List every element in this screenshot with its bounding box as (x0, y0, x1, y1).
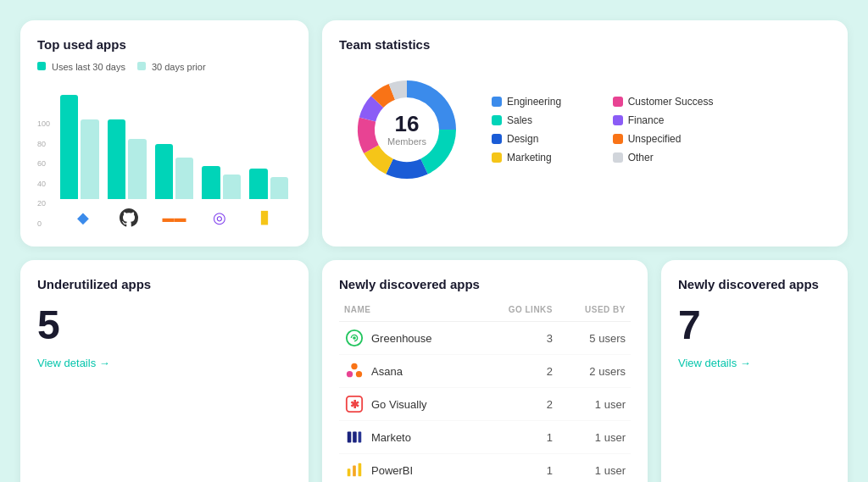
app-name-cell-2: ✱Go Visually (339, 388, 480, 421)
bar-primary-1 (108, 119, 125, 199)
legend-label-2: Sales (507, 114, 532, 126)
legend-label-4: Design (507, 133, 538, 145)
app-usedby-1: 2 users (558, 355, 631, 388)
legend-item-design: Design (492, 133, 593, 145)
svg-rect-11 (353, 466, 356, 477)
bar-secondary-0 (81, 119, 98, 199)
app-name-cell-4: PowerBI (339, 454, 480, 483)
legend-item-customer-success: Customer Success (613, 96, 714, 108)
app-icon-github (117, 206, 141, 230)
team-stats-title: Team statistics (339, 37, 831, 52)
donut-chart: 16 Members (339, 62, 475, 197)
top-apps-title: Top used apps (37, 37, 292, 52)
svg-point-2 (351, 363, 357, 369)
new-apps-title: Newly discovered apps (339, 277, 631, 291)
legend-item-sales: Sales (492, 114, 593, 126)
y-axis: 0 20 40 60 80 100 (37, 119, 50, 230)
legend-color-6 (492, 152, 502, 163)
app-name-cell-1: Asana (339, 355, 480, 388)
bar-primary-2 (155, 144, 173, 199)
app-golinks-0: 3 (480, 322, 558, 355)
app-row-icon-3 (344, 427, 364, 447)
underutilized-view-details[interactable]: View details → (37, 357, 110, 369)
dashboard: Top used apps Uses last 30 days 30 days … (0, 0, 868, 482)
new-apps-count: 7 (678, 302, 831, 348)
svg-point-3 (347, 371, 353, 377)
table-row: Greenhouse35 users (339, 322, 631, 355)
new-apps-table-card: Newly discovered apps NAME GO LINKS USED… (322, 260, 648, 482)
bar-icons: ◆ ▬▬ ◎ ▊ (57, 206, 292, 230)
underutilized-count: 5 (37, 302, 292, 348)
legend-color-7 (613, 152, 623, 163)
legend-item-unspecified: Unspecified (613, 133, 714, 145)
table-row: ✱Go Visually21 user (339, 388, 631, 421)
members-label: Members (387, 136, 426, 147)
app-golinks-1: 2 (480, 355, 558, 388)
legend-label-6: Marketing (507, 152, 552, 163)
bar-group-3 (202, 166, 241, 199)
app-row-icon-0 (344, 328, 364, 348)
underutilized-title: Underutilized apps (37, 277, 292, 291)
team-stats-card: Team statistics 16 Members EngineeringCu… (322, 20, 848, 247)
new-apps-count-card: Newly discovered apps 7 View details → (661, 260, 848, 482)
members-count: 16 (387, 113, 426, 135)
legend-color-0 (492, 97, 502, 107)
legend-item-engineering: Engineering (492, 96, 593, 108)
bar-secondary-1 (128, 139, 146, 200)
legend-item-finance: Finance (613, 114, 714, 126)
primary-legend-dot (37, 62, 46, 70)
legend-label-7: Other (628, 152, 654, 163)
svg-point-1 (353, 336, 356, 340)
svg-rect-12 (359, 463, 362, 477)
underutilized-card: Underutilized apps 5 View details → (20, 260, 309, 482)
svg-rect-8 (353, 432, 357, 443)
secondary-legend-dot (137, 62, 146, 70)
apps-table-body: Greenhouse35 usersAsana22 users✱Go Visua… (339, 322, 631, 483)
bar-secondary-2 (175, 158, 193, 199)
donut-segment-design (386, 158, 427, 179)
team-legend: EngineeringCustomer SuccessSalesFinanceD… (492, 96, 713, 163)
svg-text:✱: ✱ (350, 398, 359, 411)
col-golinks: GO LINKS (480, 302, 558, 322)
legend-item-marketing: Marketing (492, 152, 593, 163)
legend-color-4 (492, 134, 502, 144)
legend-color-1 (613, 97, 623, 107)
legend-color-5 (613, 134, 623, 144)
app-icon-jira: ◆ (71, 206, 95, 230)
legend-color-2 (492, 115, 502, 125)
legend-label-3: Finance (628, 114, 665, 126)
chart-legend: Uses last 30 days 30 days prior (37, 62, 292, 72)
legend-item-other: Other (613, 152, 714, 163)
col-name: NAME (339, 302, 480, 322)
legend-label-0: Engineering (507, 96, 561, 108)
secondary-legend: 30 days prior (137, 62, 206, 72)
legend-color-3 (613, 115, 623, 125)
team-stats-content: 16 Members EngineeringCustomer SuccessSa… (339, 62, 831, 197)
legend-label-5: Unspecified (628, 133, 682, 145)
legend-label-1: Customer Success (628, 96, 714, 108)
top-apps-card: Top used apps Uses last 30 days 30 days … (20, 20, 309, 247)
primary-legend: Uses last 30 days (37, 62, 125, 72)
bar-group-2 (155, 144, 194, 199)
app-usedby-4: 1 user (558, 454, 631, 483)
svg-point-4 (356, 371, 362, 377)
app-golinks-4: 1 (480, 454, 558, 483)
app-icon-clickup: ◎ (208, 206, 231, 230)
table-row: Asana22 users (339, 355, 631, 388)
app-row-icon-2: ✱ (344, 394, 364, 414)
donut-center: 16 Members (387, 113, 426, 147)
app-usedby-2: 1 user (558, 388, 631, 421)
bar-secondary-4 (270, 177, 288, 199)
bar-secondary-3 (223, 175, 241, 199)
app-row-icon-1 (344, 361, 364, 381)
app-icon-monday: ▬▬ (162, 206, 186, 230)
new-apps-count-title: Newly discovered apps (678, 277, 831, 291)
bar-group-1 (108, 119, 147, 199)
bar-chart (57, 80, 292, 199)
app-name-cell-0: Greenhouse (339, 322, 480, 355)
svg-rect-7 (348, 432, 352, 443)
new-apps-view-details[interactable]: View details → (678, 357, 751, 369)
bar-primary-4 (249, 169, 267, 199)
bar-group-0 (60, 95, 99, 200)
svg-rect-9 (359, 432, 362, 443)
